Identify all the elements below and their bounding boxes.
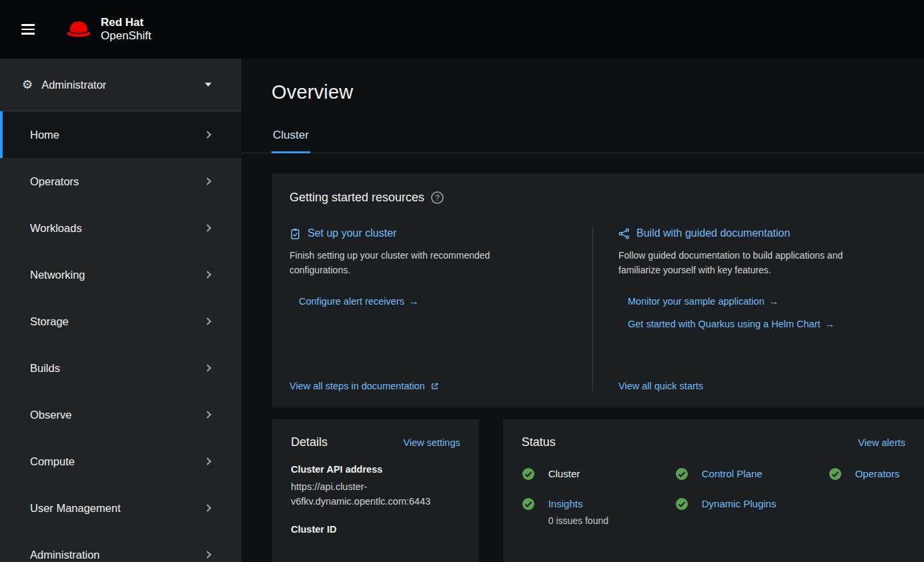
perspective-switcher[interactable]: ⚙ Administrator (0, 59, 242, 111)
chevron-right-icon (203, 457, 211, 465)
view-settings-link[interactable]: View settings (404, 437, 460, 448)
column-title: Set up your cluster (308, 227, 396, 239)
sidebar-item-user-management[interactable]: User Management (0, 485, 242, 531)
setup-cluster-heading: Set up your cluster (290, 227, 566, 239)
help-icon[interactable]: ? (431, 191, 444, 204)
column-links: Configure alert receivers→ (290, 296, 566, 307)
nav-item-label: Compute (30, 455, 75, 468)
nav-toggle-button[interactable] (21, 21, 37, 37)
brand-logo[interactable]: Red Hat OpenShift (64, 16, 151, 43)
overview-cards-row: Details View settings Cluster API addres… (272, 419, 924, 562)
chevron-right-icon (203, 131, 211, 138)
column-description: Follow guided documentation to build app… (618, 249, 859, 277)
getting-started-header: Getting started resources ? (290, 191, 924, 205)
check-circle-icon (675, 467, 688, 481)
details-title: Details (291, 435, 328, 449)
sidebar-item-workloads[interactable]: Workloads (0, 205, 242, 251)
main-content: Overview Cluster Getting started resourc… (242, 59, 924, 562)
chevron-right-icon (203, 551, 211, 558)
chevron-right-icon (203, 224, 211, 231)
details-header: Details View settings (291, 435, 460, 449)
chevron-right-icon (203, 411, 211, 418)
view-all-steps-link[interactable]: View all steps in documentation (290, 381, 439, 391)
redhat-hat-icon (64, 19, 93, 41)
brand-line1: Red Hat (101, 16, 151, 29)
guided-documentation-icon (618, 228, 630, 239)
sidebar-item-builds[interactable]: Builds (0, 345, 242, 391)
chevron-right-icon (203, 364, 211, 371)
cluster-id-label: Cluster ID (291, 524, 460, 535)
check-circle-icon (522, 467, 535, 481)
column-title: Build with guided documentation (636, 227, 790, 239)
status-grid: Cluster Control Plane (522, 468, 905, 526)
status-item-dynamic-plugins: Dynamic Plugins (675, 498, 829, 511)
insights-link[interactable]: Insights (548, 498, 583, 509)
overview-content: Getting started resources ? (242, 153, 924, 562)
arrow-right-icon: → (825, 319, 835, 329)
nav-item-label: Storage (30, 315, 69, 328)
view-alerts-link[interactable]: View alerts (858, 437, 905, 448)
status-label: Cluster (548, 468, 580, 479)
nav-item-label: Home (30, 129, 59, 141)
sidebar-item-home[interactable]: Home (0, 111, 242, 158)
nav-list: Home Operators Workloads Networking Stor… (0, 111, 242, 562)
chevron-right-icon (203, 504, 211, 511)
brand-text: Red Hat OpenShift (101, 16, 151, 43)
openshift-console: Red Hat OpenShift ⚙ Administrator Home O… (0, 0, 924, 562)
external-link-icon (430, 382, 439, 391)
clipboard-check-icon (290, 228, 301, 239)
status-item-control-plane: Control Plane (675, 468, 829, 481)
view-all-quick-starts-link[interactable]: View all quick starts (618, 381, 703, 391)
guided-documentation-column: Build with guided documentation Follow g… (593, 227, 924, 391)
tabs: Cluster (242, 121, 924, 153)
status-item-operators: Operators (829, 468, 905, 481)
nav-item-label: Observe (30, 409, 71, 421)
guided-documentation-heading: Build with guided documentation (618, 227, 898, 239)
nav-item-label: Networking (30, 269, 85, 281)
dynamic-plugins-link[interactable]: Dynamic Plugins (702, 498, 777, 509)
check-circle-icon (829, 467, 842, 481)
sidebar-item-storage[interactable]: Storage (0, 298, 242, 345)
quarkus-helm-chart-link[interactable]: Get started with Quarkus using a Helm Ch… (628, 319, 898, 329)
status-item-cluster: Cluster (522, 468, 675, 481)
insights-issues-note: 0 issues found (548, 515, 608, 526)
sidebar-item-compute[interactable]: Compute (0, 438, 242, 485)
nav-item-label: Builds (30, 362, 60, 375)
monitor-sample-application-link[interactable]: Monitor your sample application→ (628, 296, 898, 307)
column-description: Finish setting up your cluster with reco… (290, 249, 530, 277)
page-title: Overview (272, 81, 894, 103)
brand-line2: OpenShift (101, 29, 151, 43)
perspective-label: Administrator (41, 79, 205, 91)
tab-cluster[interactable]: Cluster (272, 121, 310, 153)
cluster-api-address-value: https://api.cluster-v6fkv.dynamic.opentl… (291, 480, 460, 509)
chevron-down-icon (205, 83, 211, 87)
masthead: Red Hat OpenShift (0, 0, 924, 59)
arrow-right-icon: → (409, 296, 419, 307)
nav-item-label: User Management (30, 502, 121, 515)
chevron-right-icon (203, 177, 211, 185)
nav-item-label: Administration (30, 549, 100, 561)
nav-item-label: Operators (30, 175, 79, 188)
control-plane-link[interactable]: Control Plane (702, 468, 763, 479)
link-label: Get started with Quarkus using a Helm Ch… (628, 319, 821, 329)
check-circle-icon (675, 497, 688, 511)
sidebar: ⚙ Administrator Home Operators Workloads… (0, 59, 242, 562)
column-links: Monitor your sample application→ Get sta… (618, 296, 898, 329)
status-card: Status View alerts Cluster (503, 419, 924, 562)
sidebar-item-administration[interactable]: Administration (0, 531, 242, 562)
status-title: Status (522, 435, 556, 449)
details-card: Details View settings Cluster API addres… (272, 419, 479, 562)
setup-cluster-column: Set up your cluster Finish setting up yo… (290, 227, 593, 391)
arrow-right-icon: → (769, 296, 779, 307)
cluster-api-address-label: Cluster API address (291, 464, 460, 475)
link-label: View all steps in documentation (290, 381, 425, 391)
getting-started-columns: Set up your cluster Finish setting up yo… (290, 227, 924, 391)
link-label: Monitor your sample application (628, 296, 765, 307)
details-list: Cluster API address https://api.cluster-… (291, 464, 460, 535)
sidebar-item-operators[interactable]: Operators (0, 158, 242, 205)
status-header: Status View alerts (522, 435, 905, 449)
sidebar-item-observe[interactable]: Observe (0, 391, 242, 438)
operators-link[interactable]: Operators (855, 468, 900, 479)
sidebar-item-networking[interactable]: Networking (0, 251, 242, 298)
configure-alert-receivers-link[interactable]: Configure alert receivers→ (299, 296, 566, 307)
